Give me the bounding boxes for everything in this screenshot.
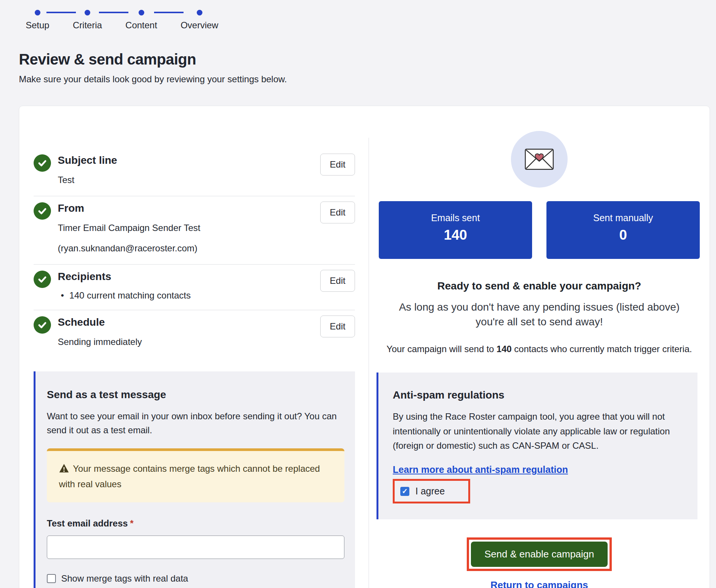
recipients-count: 140 current matching contacts: [58, 290, 320, 301]
from-title: From: [58, 202, 320, 214]
from-sender-email: (ryan.suknandan@raceroster.com): [58, 242, 320, 255]
recipients-title: Recipients: [58, 271, 320, 283]
review-send-page: Setup Criteria Content Overview Review &…: [0, 0, 716, 588]
merge-tags-checkbox[interactable]: [47, 574, 56, 583]
send-note-count: 140: [497, 344, 512, 354]
stepper-connector: [46, 12, 76, 13]
step-setup[interactable]: Setup: [26, 10, 49, 31]
from-section: From Timer Email Campaign Sender Test (r…: [34, 196, 355, 265]
test-email-input[interactable]: [47, 536, 344, 559]
checkmark-icon: ✓: [402, 487, 408, 496]
merge-tags-checkbox-label: Show merge tags with real data: [61, 573, 188, 584]
stepper-connector: [99, 12, 128, 13]
send-enable-highlight-box: Send & enable campaign: [467, 537, 612, 571]
review-settings-column: Subject line Test Edit From Timer Email …: [19, 106, 369, 588]
recipients-section: Recipients 140 current matching contacts…: [34, 265, 355, 310]
step-content[interactable]: Content: [125, 10, 157, 31]
send-enable-campaign-button[interactable]: Send & enable campaign: [471, 542, 608, 567]
ready-heading: Ready to send & enable your campaign?: [437, 280, 641, 292]
antispam-panel: Anti-spam regulations By using the Race …: [377, 373, 697, 519]
edit-schedule-button[interactable]: Edit: [320, 316, 355, 337]
merge-tags-checkbox-row: Show merge tags with real data: [47, 573, 344, 584]
warning-text: Your message contains merge tags which c…: [59, 463, 320, 489]
page-subtitle: Make sure your details look good by revi…: [19, 74, 710, 85]
agree-highlight-box: ✓ I agree: [393, 479, 470, 503]
step-dot-icon: [85, 10, 90, 15]
check-circle-icon: [34, 271, 51, 288]
antispam-learn-more-link[interactable]: Learn more about anti-spam regulation: [393, 464, 568, 475]
test-panel-title: Send as a test message: [47, 389, 344, 401]
subject-line-section: Subject line Test Edit: [34, 148, 355, 196]
campaign-summary-column: Emails sent 140 Sent manually 0 Ready to…: [369, 106, 710, 588]
schedule-value: Sending immediately: [58, 335, 320, 349]
step-label: Setup: [26, 20, 49, 31]
check-circle-icon: [34, 316, 51, 334]
check-circle-icon: [34, 202, 51, 220]
from-sender-name: Timer Email Campaign Sender Test: [58, 221, 320, 235]
step-overview[interactable]: Overview: [181, 10, 218, 31]
step-label: Content: [125, 20, 157, 31]
stats-row: Emails sent 140 Sent manually 0: [369, 201, 710, 259]
send-note: Your campaign will send to 140 contacts …: [387, 343, 692, 356]
emails-sent-label: Emails sent: [383, 212, 528, 223]
ready-text: As long as you don't have any pending is…: [388, 300, 690, 329]
return-to-campaigns-link[interactable]: Return to campaigns: [491, 579, 588, 588]
antispam-body: By using the Race Roster campaign tool, …: [393, 409, 685, 453]
emails-sent-stat: Emails sent 140: [379, 201, 532, 259]
test-email-label: Test email address*: [47, 518, 344, 529]
mail-heart-icon: [511, 131, 568, 188]
agree-checkbox[interactable]: ✓: [400, 487, 409, 496]
edit-subject-button[interactable]: Edit: [320, 154, 355, 175]
step-dot-icon: [197, 10, 202, 15]
step-dot-icon: [139, 10, 144, 15]
step-label: Criteria: [73, 20, 102, 31]
schedule-title: Schedule: [58, 316, 320, 328]
subject-line-title: Subject line: [58, 154, 320, 166]
page-title: Review & send campaign: [19, 51, 710, 68]
agree-checkbox-label: I agree: [415, 486, 445, 497]
progress-stepper: Setup Criteria Content Overview: [26, 10, 710, 31]
antispam-title: Anti-spam regulations: [393, 389, 685, 401]
sent-manually-value: 0: [550, 227, 696, 243]
send-test-message-panel: Send as a test message Want to see your …: [34, 371, 355, 588]
step-criteria[interactable]: Criteria: [73, 10, 102, 31]
stepper-connector: [154, 12, 184, 13]
sent-manually-stat: Sent manually 0: [546, 201, 700, 259]
edit-recipients-button[interactable]: Edit: [320, 270, 355, 292]
review-card: Subject line Test Edit From Timer Email …: [19, 106, 710, 588]
warning-triangle-icon: [59, 463, 69, 477]
test-panel-description: Want to see your email in your own inbox…: [47, 409, 344, 437]
emails-sent-value: 140: [383, 227, 528, 243]
step-dot-icon: [35, 10, 40, 15]
required-asterisk: *: [130, 518, 133, 528]
subject-line-value: Test: [58, 173, 320, 187]
edit-from-button[interactable]: Edit: [320, 202, 355, 223]
schedule-section: Schedule Sending immediately Edit: [34, 310, 355, 358]
check-circle-icon: [34, 154, 51, 172]
step-label: Overview: [181, 20, 218, 31]
merge-tags-warning: Your message contains merge tags which c…: [47, 448, 344, 502]
sent-manually-label: Sent manually: [550, 212, 696, 223]
